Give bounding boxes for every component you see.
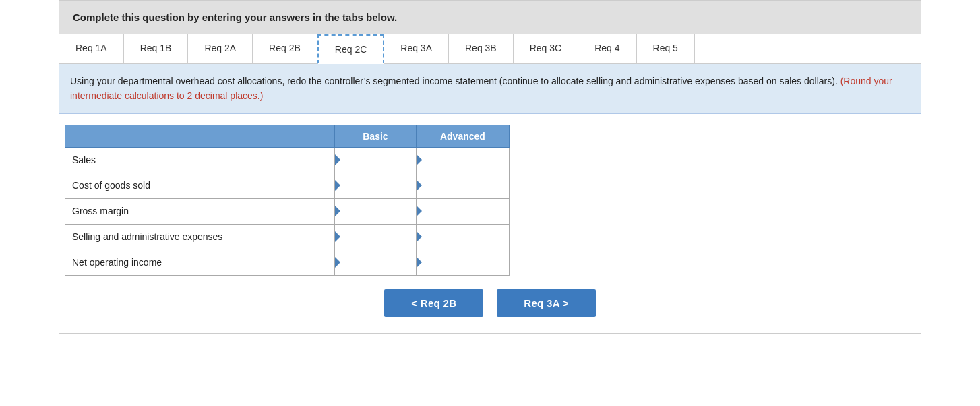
table-row: Selling and administrative expenses bbox=[65, 224, 510, 250]
basic-input-3[interactable] bbox=[335, 225, 416, 250]
table-row: Net operating income bbox=[65, 250, 510, 275]
tab-req1b[interactable]: Req 1B bbox=[124, 34, 189, 63]
tab-req2c[interactable]: Req 2C bbox=[317, 34, 384, 64]
instruction-area: Using your departmental overhead cost al… bbox=[59, 64, 921, 114]
basic-cell-3[interactable] bbox=[335, 224, 417, 250]
basic-input-0[interactable] bbox=[335, 148, 416, 173]
row-label-1: Cost of goods sold bbox=[65, 173, 335, 198]
tab-req2a[interactable]: Req 2A bbox=[188, 34, 253, 63]
advanced-input-0[interactable] bbox=[417, 148, 509, 173]
row-label-2: Gross margin bbox=[65, 198, 335, 224]
basic-input-1[interactable] bbox=[335, 173, 416, 198]
col-header-blank bbox=[65, 125, 335, 147]
row-label-0: Sales bbox=[65, 147, 335, 173]
table-row: Sales bbox=[65, 147, 510, 173]
prev-button[interactable]: < Req 2B bbox=[384, 289, 483, 317]
tab-req5[interactable]: Req 5 bbox=[637, 34, 695, 63]
table-row: Gross margin bbox=[65, 198, 510, 224]
basic-cell-0[interactable] bbox=[335, 147, 417, 173]
advanced-input-1[interactable] bbox=[417, 173, 509, 198]
tab-req2b[interactable]: Req 2B bbox=[253, 34, 317, 63]
advanced-input-4[interactable] bbox=[417, 250, 509, 275]
instruction-main: Using your departmental overhead cost al… bbox=[70, 76, 838, 86]
basic-input-4[interactable] bbox=[335, 250, 416, 275]
basic-cell-4[interactable] bbox=[335, 250, 417, 275]
advanced-cell-4[interactable] bbox=[416, 250, 509, 275]
tab-req3c[interactable]: Req 3C bbox=[514, 34, 578, 63]
advanced-cell-3[interactable] bbox=[416, 224, 509, 250]
tabs-row: Req 1AReq 1BReq 2AReq 2BReq 2CReq 3AReq … bbox=[59, 34, 921, 64]
advanced-cell-0[interactable] bbox=[416, 147, 509, 173]
row-label-3: Selling and administrative expenses bbox=[65, 224, 335, 250]
basic-cell-2[interactable] bbox=[335, 198, 417, 224]
tab-req1a[interactable]: Req 1A bbox=[59, 34, 124, 63]
basic-input-2[interactable] bbox=[335, 199, 416, 224]
header-bar: Complete this question by entering your … bbox=[59, 1, 921, 34]
tab-req3b[interactable]: Req 3B bbox=[449, 34, 514, 63]
advanced-input-3[interactable] bbox=[417, 225, 509, 250]
advanced-cell-2[interactable] bbox=[416, 198, 509, 224]
main-container: Complete this question by entering your … bbox=[59, 0, 921, 334]
advanced-cell-1[interactable] bbox=[416, 173, 509, 198]
table-row: Cost of goods sold bbox=[65, 173, 510, 198]
advanced-input-2[interactable] bbox=[417, 199, 509, 224]
income-table: Basic Advanced SalesCost of goods soldGr… bbox=[65, 125, 510, 276]
content-area: Basic Advanced SalesCost of goods soldGr… bbox=[59, 114, 921, 333]
nav-buttons: < Req 2B Req 3A > bbox=[59, 289, 921, 317]
next-button[interactable]: Req 3A > bbox=[497, 289, 595, 317]
header-text: Complete this question by entering your … bbox=[73, 11, 397, 23]
tab-req4[interactable]: Req 4 bbox=[578, 34, 636, 63]
basic-cell-1[interactable] bbox=[335, 173, 417, 198]
tab-req3a[interactable]: Req 3A bbox=[384, 34, 449, 63]
col-header-basic: Basic bbox=[335, 125, 417, 147]
income-table-wrapper: Basic Advanced SalesCost of goods soldGr… bbox=[65, 125, 921, 276]
row-label-4: Net operating income bbox=[65, 250, 335, 275]
col-header-advanced: Advanced bbox=[416, 125, 509, 147]
